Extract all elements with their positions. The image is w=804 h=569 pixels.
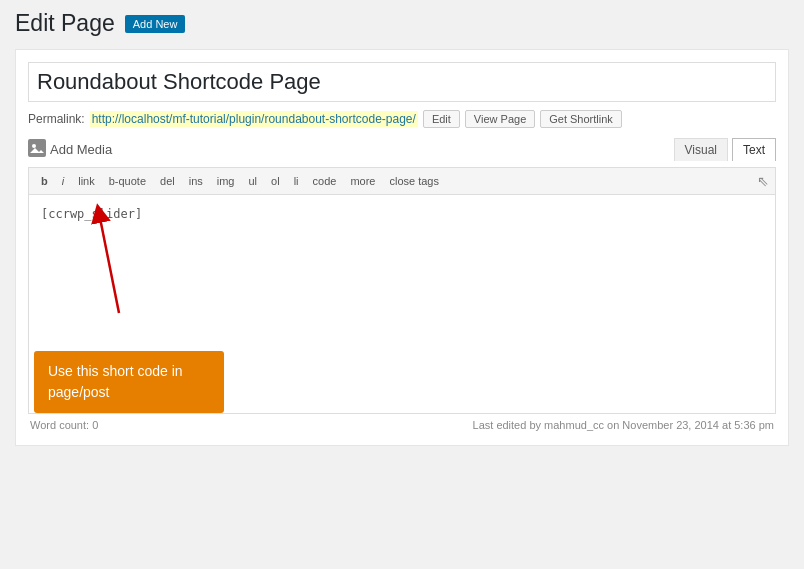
- toolbar-ins[interactable]: ins: [183, 172, 209, 190]
- toolbar-close-tags[interactable]: close tags: [383, 172, 445, 190]
- toolbar-ul[interactable]: ul: [243, 172, 264, 190]
- page-wrapper: Edit Page Add New Permalink: http://loca…: [0, 0, 804, 569]
- toolbar-bold[interactable]: b: [35, 172, 54, 190]
- editor-body[interactable]: [ccrwp_slider] Use this sho: [28, 194, 776, 414]
- svg-point-1: [32, 144, 36, 148]
- toolbar-li[interactable]: li: [288, 172, 305, 190]
- permalink-url[interactable]: http://localhost/mf-tutorial/plugin/roun…: [90, 111, 418, 127]
- add-media-button[interactable]: Add Media: [28, 139, 112, 160]
- permalink-row: Permalink: http://localhost/mf-tutorial/…: [28, 110, 776, 128]
- annotation-tooltip: Use this short code in page/post: [34, 351, 224, 413]
- add-media-row: Add Media Visual Text: [28, 138, 776, 161]
- annotation-container: Use this short code in page/post: [34, 203, 294, 413]
- toolbar-expand-button[interactable]: ⇖: [757, 173, 769, 189]
- content-box: Permalink: http://localhost/mf-tutorial/…: [15, 49, 789, 446]
- annotation-text: Use this short code in page/post: [48, 363, 183, 400]
- word-count-value: 0: [92, 419, 98, 431]
- add-media-label: Add Media: [50, 142, 112, 157]
- word-count-label: Word count:: [30, 419, 89, 431]
- toolbar-link[interactable]: link: [72, 172, 101, 190]
- svg-rect-0: [28, 139, 46, 157]
- toolbar-italic[interactable]: i: [56, 172, 70, 190]
- editor-tabs: Visual Text: [674, 138, 776, 161]
- page-title: Edit Page: [15, 10, 115, 37]
- toolbar-more[interactable]: more: [344, 172, 381, 190]
- svg-line-4: [99, 213, 119, 313]
- edit-permalink-button[interactable]: Edit: [423, 110, 460, 128]
- media-icon: [28, 139, 46, 160]
- toolbar-img[interactable]: img: [211, 172, 241, 190]
- add-new-button[interactable]: Add New: [125, 15, 186, 33]
- editor-footer: Word count: 0 Last edited by mahmud_cc o…: [28, 414, 776, 433]
- toolbar-code[interactable]: code: [307, 172, 343, 190]
- last-edited: Last edited by mahmud_cc on November 23,…: [473, 419, 774, 431]
- toolbar-ol[interactable]: ol: [265, 172, 286, 190]
- page-header: Edit Page Add New: [15, 10, 789, 37]
- annotation-arrow: [89, 203, 159, 323]
- tab-visual[interactable]: Visual: [674, 138, 728, 161]
- toolbar-del[interactable]: del: [154, 172, 181, 190]
- tab-text[interactable]: Text: [732, 138, 776, 161]
- word-count: Word count: 0: [30, 419, 98, 431]
- toolbar-bquote[interactable]: b-quote: [103, 172, 152, 190]
- permalink-label: Permalink:: [28, 112, 85, 126]
- view-page-button[interactable]: View Page: [465, 110, 535, 128]
- post-title-input[interactable]: [28, 62, 776, 102]
- editor-section: Add Media Visual Text b i link b-quote d…: [28, 138, 776, 433]
- editor-toolbar: b i link b-quote del ins img ul ol li co…: [28, 167, 776, 194]
- get-shortlink-button[interactable]: Get Shortlink: [540, 110, 622, 128]
